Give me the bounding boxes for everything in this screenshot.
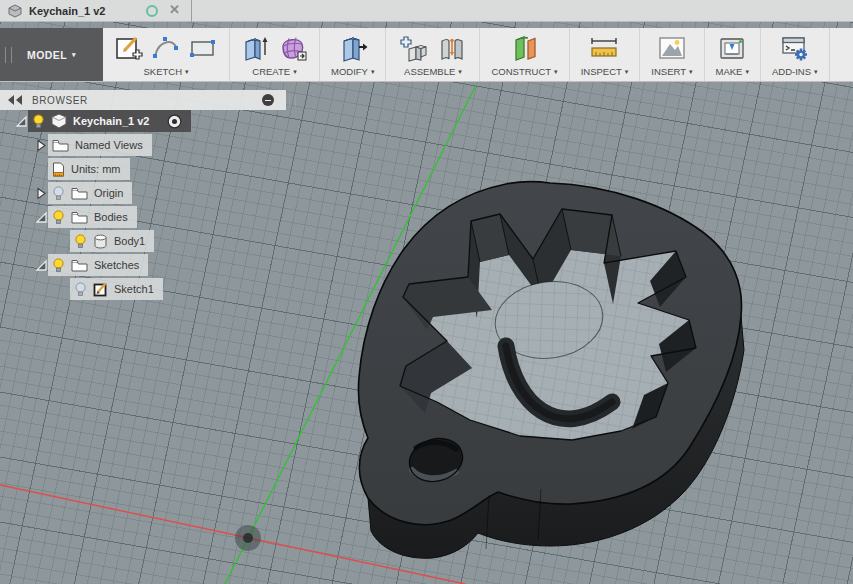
fusion360-window: Keychain_1 v2 ✕ MODEL ▾ — [0, 0, 853, 584]
scripts-addins-icon[interactable] — [780, 33, 810, 63]
tree-row-sketches[interactable]: Sketches — [0, 254, 300, 276]
chevron-down-icon: ▾ — [814, 68, 818, 75]
tree-row-bodies[interactable]: Bodies — [0, 206, 300, 228]
spline-icon[interactable] — [151, 33, 181, 63]
toolbar-group-create: CREATE ▾ — [230, 28, 320, 81]
toolbar-group-sketch: SKETCH ▾ — [103, 28, 230, 81]
toolbar-group-inspect: INSPECT ▾ — [570, 28, 641, 81]
tree-label: Sketch1 — [114, 283, 154, 295]
toolbar-group-insert: INSERT ▾ — [640, 28, 704, 81]
bulb-on-icon[interactable] — [52, 210, 65, 225]
tree-label: Body1 — [114, 235, 145, 247]
tree-row-sketch1[interactable]: Sketch1 — [0, 278, 300, 300]
expander-expanded-icon[interactable] — [34, 258, 48, 272]
tree-label: Named Views — [75, 139, 143, 151]
modify-menu[interactable]: MODIFY ▾ — [331, 66, 374, 77]
rectangle-icon[interactable] — [188, 33, 218, 63]
tree-label: Sketches — [94, 259, 139, 271]
toolbar-grip — [5, 47, 12, 63]
bulb-off-icon[interactable] — [52, 186, 65, 201]
chevron-down-icon: ▾ — [458, 68, 462, 75]
tree-label: Units: mm — [71, 163, 121, 175]
browser-header: BROWSER — [0, 90, 286, 110]
chevron-down-icon: ▾ — [371, 68, 375, 75]
body-cylinder-icon — [93, 234, 108, 249]
tree-label: Origin — [94, 187, 123, 199]
new-component-icon[interactable] — [397, 33, 429, 63]
tab-close-button[interactable]: ✕ — [169, 2, 180, 17]
tree-label: Keychain_1 v2 — [73, 115, 149, 127]
construct-plane-icon[interactable] — [508, 33, 542, 63]
tree-label: Bodies — [94, 211, 128, 223]
inspect-menu[interactable]: INSPECT ▾ — [581, 66, 629, 77]
toolbar-group-make: MAKE ▾ — [705, 28, 761, 81]
activate-component-radio[interactable] — [167, 114, 182, 129]
component-cube-icon — [51, 113, 67, 129]
tree-row-units[interactable]: Units: mm — [0, 158, 300, 180]
chevron-down-icon: ▾ — [72, 51, 76, 58]
chevron-down-icon: ▾ — [185, 68, 189, 75]
chevron-down-icon: ▾ — [554, 68, 558, 75]
bulb-on-icon[interactable] — [52, 258, 65, 273]
chevron-down-icon: ▾ — [293, 68, 297, 75]
document-cube-icon — [8, 4, 22, 18]
form-icon[interactable] — [278, 33, 308, 63]
folder-icon — [71, 187, 88, 200]
expander-expanded-icon[interactable] — [14, 114, 28, 128]
toolbar: MODEL ▾ — [0, 28, 853, 82]
construct-menu[interactable]: CONSTRUCT ▾ — [491, 66, 557, 77]
3d-print-icon[interactable] — [717, 33, 747, 63]
tree-row-body1[interactable]: Body1 — [0, 230, 300, 252]
insert-menu[interactable]: INSERT ▾ — [651, 66, 692, 77]
browser-panel: BROWSER Keychain_1 v2 — [0, 90, 300, 302]
document-title: Keychain_1 v2 — [29, 5, 105, 17]
folder-icon — [52, 139, 69, 152]
insert-image-icon[interactable] — [657, 33, 687, 63]
collapse-panel-icon[interactable] — [7, 95, 23, 105]
sketch-menu[interactable]: SKETCH ▾ — [143, 66, 188, 77]
addins-menu[interactable]: ADD-INS ▾ — [772, 66, 818, 77]
document-ruler-icon — [52, 162, 65, 177]
create-sketch-icon[interactable] — [114, 33, 144, 63]
assemble-menu[interactable]: ASSEMBLE ▾ — [404, 66, 462, 77]
chevron-down-icon: ▾ — [745, 68, 749, 75]
bulb-on-icon[interactable] — [74, 234, 87, 249]
press-pull-icon[interactable] — [338, 33, 368, 63]
minimize-browser-button[interactable] — [262, 94, 274, 106]
chevron-down-icon: ▾ — [625, 68, 629, 75]
toolbar-group-construct: CONSTRUCT ▾ — [480, 28, 569, 81]
bulb-off-icon[interactable] — [74, 282, 87, 297]
expander-expanded-icon[interactable] — [34, 210, 48, 224]
toolbar-group-addins: ADD-INS ▾ — [761, 28, 830, 81]
tree-row-root[interactable]: Keychain_1 v2 — [0, 110, 300, 132]
browser-title: BROWSER — [32, 95, 88, 106]
tree-row-origin[interactable]: Origin — [0, 182, 300, 204]
document-tabs: Keychain_1 v2 ✕ — [0, 0, 853, 22]
panel-resize-grip[interactable] — [289, 94, 296, 107]
create-menu[interactable]: CREATE ▾ — [252, 66, 296, 77]
toolbar-group-assemble: ASSEMBLE ▾ — [386, 28, 480, 81]
expander-collapsed-icon[interactable] — [34, 138, 48, 152]
workspace-switcher[interactable]: MODEL ▾ — [0, 28, 103, 81]
document-tab[interactable]: Keychain_1 v2 ✕ — [0, 0, 192, 22]
joint-icon[interactable] — [436, 33, 468, 63]
sync-status-icon — [146, 5, 158, 17]
toolbar-group-modify: MODIFY ▾ — [320, 28, 386, 81]
chevron-down-icon: ▾ — [689, 68, 693, 75]
bulb-on-icon[interactable] — [32, 114, 45, 129]
extrude-icon[interactable] — [241, 33, 271, 63]
sketch-icon — [93, 282, 108, 297]
expander-collapsed-icon[interactable] — [34, 186, 48, 200]
measure-icon[interactable] — [587, 33, 621, 63]
tree-row-named-views[interactable]: Named Views — [0, 134, 300, 156]
workspace-label: MODEL — [27, 49, 67, 61]
folder-icon — [71, 211, 88, 224]
folder-icon — [71, 259, 88, 272]
make-menu[interactable]: MAKE ▾ — [716, 66, 749, 77]
